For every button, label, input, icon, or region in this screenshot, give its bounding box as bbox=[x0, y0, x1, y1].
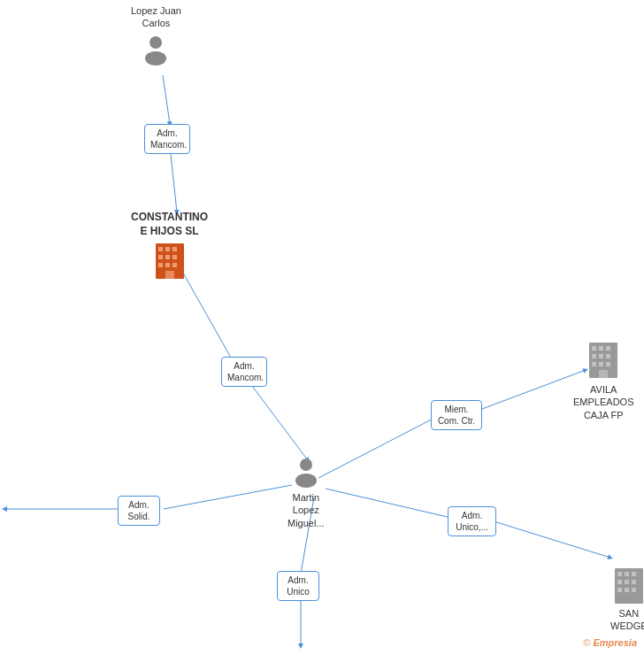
svg-rect-23 bbox=[172, 263, 177, 267]
svg-line-0 bbox=[163, 75, 170, 124]
svg-rect-37 bbox=[599, 370, 608, 378]
miem-com-ctr-box: Miem.Com. Ctr. bbox=[431, 400, 482, 430]
svg-rect-36 bbox=[606, 362, 610, 366]
svg-rect-29 bbox=[599, 346, 603, 351]
svg-line-3 bbox=[249, 382, 308, 460]
adm-unico-bot-label: Adm.Unico bbox=[287, 575, 310, 597]
adm-mancom-top-box: Adm.Mancom. bbox=[144, 124, 190, 154]
adm-solid-box: Adm.Solid. bbox=[118, 496, 160, 526]
watermark-copy: © bbox=[583, 637, 590, 648]
adm-unico-right-label: Adm.Unico,... bbox=[456, 511, 488, 532]
adm-mancom-mid-box: Adm.Mancom. bbox=[221, 357, 267, 387]
constantino-node: CONSTANTINOE HIJOS SL bbox=[131, 211, 208, 281]
adm-mancom-mid-label: Adm.Mancom. bbox=[227, 361, 264, 382]
svg-rect-28 bbox=[592, 346, 596, 351]
svg-rect-16 bbox=[165, 247, 170, 251]
watermark-brand: Empresia bbox=[593, 637, 637, 648]
svg-rect-21 bbox=[158, 263, 163, 267]
svg-rect-35 bbox=[599, 362, 603, 366]
adm-unico-bot-box: Adm.Unico bbox=[277, 571, 319, 601]
svg-rect-42 bbox=[617, 580, 622, 584]
san-node: SANWEDGE bbox=[610, 566, 644, 636]
martin-label: MartinLopezMiguel... bbox=[288, 491, 325, 529]
constantino-label: CONSTANTINOE HIJOS SL bbox=[131, 211, 208, 238]
svg-rect-41 bbox=[632, 572, 636, 576]
adm-solid-label: Adm.Solid. bbox=[127, 500, 150, 521]
svg-rect-44 bbox=[632, 580, 636, 584]
svg-rect-40 bbox=[625, 572, 629, 576]
avila-label: AVILAEMPLEADOSCAJA FP bbox=[573, 383, 633, 421]
svg-rect-43 bbox=[625, 580, 629, 584]
svg-rect-39 bbox=[617, 572, 622, 576]
lopez-node: Lopez Juan Carlos bbox=[131, 4, 181, 66]
adm-unico-right-box: Adm.Unico,... bbox=[448, 506, 496, 536]
svg-line-8 bbox=[326, 489, 451, 518]
svg-line-4 bbox=[318, 412, 447, 478]
svg-rect-46 bbox=[625, 588, 629, 592]
svg-rect-19 bbox=[165, 255, 170, 259]
svg-rect-45 bbox=[617, 588, 622, 592]
svg-point-26 bbox=[295, 474, 317, 488]
svg-point-25 bbox=[300, 458, 312, 471]
miem-com-ctr-label: Miem.Com. Ctr. bbox=[438, 405, 475, 426]
svg-line-6 bbox=[164, 485, 292, 509]
svg-rect-15 bbox=[158, 247, 163, 251]
svg-rect-32 bbox=[599, 354, 603, 358]
svg-rect-24 bbox=[165, 271, 174, 279]
svg-rect-34 bbox=[592, 362, 596, 366]
svg-point-12 bbox=[150, 36, 162, 49]
svg-rect-33 bbox=[606, 354, 610, 358]
san-label: SANWEDGE bbox=[610, 607, 644, 633]
svg-rect-31 bbox=[592, 354, 596, 358]
svg-rect-22 bbox=[165, 263, 170, 267]
svg-point-13 bbox=[145, 51, 166, 66]
svg-rect-17 bbox=[172, 247, 177, 251]
watermark: © Empresia bbox=[583, 637, 637, 648]
svg-rect-30 bbox=[606, 346, 610, 351]
lopez-label: Lopez Juan Carlos bbox=[131, 4, 181, 30]
adm-mancom-top-label: Adm.Mancom. bbox=[150, 128, 187, 150]
svg-rect-47 bbox=[632, 588, 636, 592]
martin-node: MartinLopezMiguel... bbox=[288, 456, 325, 533]
svg-line-1 bbox=[170, 146, 177, 212]
svg-line-5 bbox=[482, 370, 586, 409]
avila-node: AVILAEMPLEADOSCAJA FP bbox=[573, 341, 633, 425]
svg-rect-18 bbox=[158, 255, 163, 259]
svg-rect-20 bbox=[172, 255, 177, 259]
svg-line-9 bbox=[491, 520, 610, 558]
